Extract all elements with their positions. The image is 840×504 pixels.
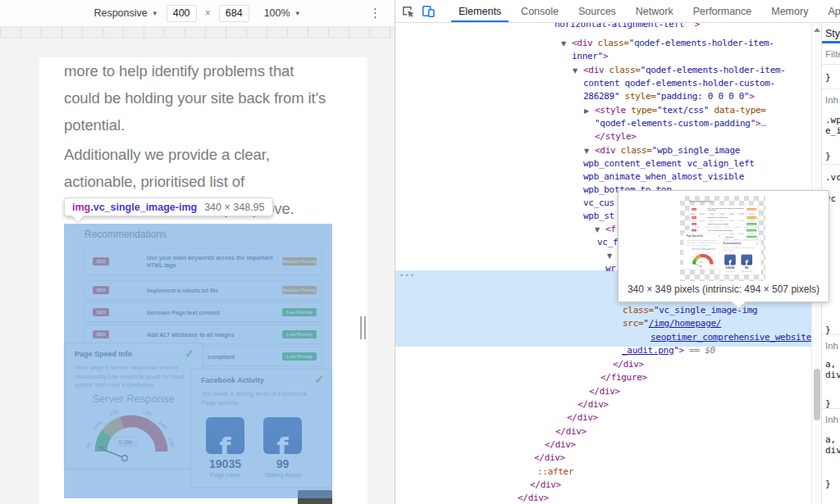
tree-node-line[interactable]: vc_f — [597, 236, 618, 249]
server-response-gauge: 0s 0.6s 1.2s 1.8s 2.4s 3.0s 0.08s — [690, 252, 716, 269]
responsive-dropdown[interactable]: Responsive ▼ — [94, 7, 158, 19]
viewport-width-input[interactable] — [167, 5, 197, 22]
tab-performance[interactable]: Performance — [683, 0, 762, 23]
element-tooltip-arrow — [72, 216, 84, 222]
css-rule-fragment[interactable]: e_i — [825, 125, 840, 136]
seo-audit-image: Recommendations SEOUse your main keyword… — [683, 198, 761, 278]
tree-node-line[interactable]: vc_cus — [583, 197, 614, 210]
tree-node-line[interactable]: </div> — [613, 358, 644, 371]
screen: Responsive ▼ × 100% ▼ ⋮ more to help ide… — [0, 0, 840, 504]
zoom-dropdown[interactable]: 100% ▼ — [264, 7, 301, 19]
seo-badge: SEO — [692, 229, 696, 232]
css-rule-fragment[interactable]: .vc — [825, 172, 840, 183]
scroll-up-icon[interactable] — [814, 28, 820, 32]
tree-node-line[interactable]: </div> — [545, 438, 576, 452]
tree-node-line[interactable]: </div> — [567, 411, 598, 425]
audit-row-text: Use your main keywords across the import… — [707, 207, 744, 211]
transparency-checkerboard: Recommendations SEOUse your main keyword… — [680, 196, 765, 281]
tab-console[interactable]: Console — [511, 0, 568, 23]
css-rule-fragment[interactable]: } — [825, 479, 831, 489]
responsive-dropdown-label: Responsive — [94, 7, 147, 19]
scrollbar-thumb[interactable] — [814, 369, 820, 420]
css-rule-fragment[interactable]: a, — [825, 359, 836, 370]
css-rule-fragment[interactable]: } — [825, 72, 831, 83]
image-preview-tooltip: Recommendations SEOUse your main keyword… — [618, 190, 829, 302]
styles-separator — [822, 334, 840, 335]
audit-row-text: compliant — [725, 236, 733, 238]
seo-badge: SEO — [692, 216, 696, 219]
tree-node-line[interactable]: </figure> — [600, 371, 647, 384]
styles-tab-underline — [822, 41, 840, 43]
tree-node-line[interactable]: _audit.png"> == $0 — [622, 344, 715, 357]
tree-node-line[interactable]: </div> — [578, 398, 609, 411]
device-ruler — [0, 26, 395, 39]
gauge-label: 3.0s — [714, 260, 716, 263]
tree-node-line[interactable]: </div> — [589, 385, 620, 398]
tab-styles[interactable]: Styles — [825, 28, 840, 39]
css-rule-fragment[interactable]: a, — [825, 434, 836, 445]
page-paragraph: more to help identify problems that coul… — [64, 57, 326, 138]
tree-node-line[interactable]: ::after — [537, 465, 573, 479]
facebook-icon: f — [724, 254, 736, 265]
talking-about-label: Talking About — [738, 270, 756, 273]
tree-node-line[interactable]: inner"> — [572, 50, 608, 63]
image-preview-thumbnail: Recommendations SEOUse your main keyword… — [683, 198, 761, 278]
inspect-element-icon[interactable] — [402, 4, 415, 19]
tree-node-line[interactable]: 286289" style="padding: 0 0 0 0"> — [583, 90, 755, 103]
tree-node-line[interactable]: seoptimer_comprehensive_website — [651, 331, 811, 344]
viewport-resize-handle[interactable] — [360, 316, 368, 339]
audit-row-text: Increase Page text content — [707, 223, 728, 225]
styles-section-label[interactable]: Filter — [825, 49, 840, 59]
css-rule-fragment[interactable]: } — [825, 151, 831, 161]
tree-node-line[interactable]: </div> — [555, 425, 587, 438]
tree-node-line[interactable]: ▼<div class="wpb_single_image — [584, 144, 740, 158]
css-rule-fragment[interactable]: div — [825, 370, 840, 380]
tree-node-line[interactable]: wpb_content_element vc_align_left — [583, 157, 755, 170]
toggle-device-toolbar-icon[interactable] — [422, 4, 436, 19]
tree-node-line[interactable]: </div> — [534, 452, 565, 465]
tree-node-line[interactable]: "qodef-elements-custom-padding">… — [595, 117, 766, 130]
styles-section-label[interactable]: Inh — [825, 341, 838, 351]
devtools-tab-bar: ElementsConsoleSourcesNetworkPerformance… — [395, 0, 840, 23]
gauge-label: 1.2s — [696, 252, 699, 254]
page-viewport: more to help identify problems that coul… — [39, 57, 368, 504]
styles-separator — [822, 89, 840, 89]
styles-section-label[interactable]: Inh — [825, 95, 838, 105]
zoom-level: 100% — [264, 7, 290, 19]
recommendations-heading: Recommendations — [689, 200, 713, 203]
device-viewport-area: more to help identify problems that coul… — [0, 39, 395, 504]
more-options-icon[interactable]: ⋮ — [369, 5, 381, 20]
tree-node-line[interactable]: horizontal-alignment-left" > — [555, 23, 700, 31]
css-rule-fragment[interactable]: .wp — [825, 115, 840, 125]
css-rule-fragment[interactable]: div — [825, 445, 840, 456]
tab-network[interactable]: Network — [626, 0, 683, 23]
tab-elements[interactable]: Elements — [449, 0, 511, 23]
page-speed-title: Page Speed Info — [687, 235, 703, 238]
tab-memory[interactable]: Memory — [761, 0, 818, 23]
priority-badge: Medium Priority — [746, 216, 756, 219]
tree-node-line[interactable]: content qodef-elements-holder-custom- — [583, 77, 775, 90]
gauge-label: 0.6s — [692, 255, 695, 258]
tree-node-line[interactable]: ▼<div class="qodef-elements-holder-item- — [561, 37, 774, 51]
tree-node-line[interactable]: wr — [605, 262, 616, 275]
tree-node-line[interactable]: src="/img/homepage/ — [623, 317, 721, 330]
browser-pane: Responsive ▼ × 100% ▼ ⋮ more to help ide… — [0, 0, 395, 504]
gauge-value: 0.08s — [699, 261, 703, 262]
tree-node-line[interactable]: wpb_animate_when_almost_visible — [583, 170, 744, 184]
tree-node-line[interactable]: ▼<f — [595, 223, 616, 237]
tree-node-line[interactable]: ▶<style type="text/css" data-type= — [584, 104, 766, 118]
tab-sources[interactable]: Sources — [568, 0, 626, 23]
styles-separator — [822, 64, 840, 65]
page-speed-body: Your page's server response time is reas… — [687, 239, 719, 247]
tree-node-line[interactable]: </div> — [530, 479, 561, 492]
tree-node-line[interactable]: </style> — [595, 130, 637, 143]
node-overflow-dots[interactable]: ••• — [399, 269, 415, 282]
tree-node-line[interactable]: wpb_st — [583, 210, 614, 223]
styles-separator — [822, 44, 840, 45]
tree-node-line[interactable]: ▼<div class="qodef-elements-holder-item- — [573, 64, 786, 78]
viewport-height-input[interactable] — [219, 5, 249, 22]
tab-application[interactable]: Application — [818, 0, 840, 23]
styles-section-label[interactable]: Inh — [825, 415, 838, 425]
element-tooltip-dims: 340 × 348.95 — [204, 202, 264, 213]
element-tooltip-tag: img — [72, 202, 90, 213]
